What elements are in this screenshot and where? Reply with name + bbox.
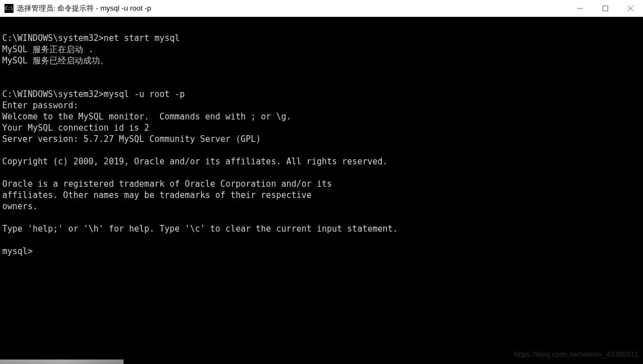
window-title: 选择管理员: 命令提示符 - mysql -u root -p <box>17 3 151 13</box>
watermark-text: https://blog.csdn.net/weixin_43395911 <box>514 350 639 358</box>
window-controls <box>567 0 643 17</box>
terminal-output[interactable]: C:\WINDOWS\system32>net start mysql MySQ… <box>0 17 643 360</box>
taskbar-fragment <box>0 360 124 364</box>
maximize-button[interactable] <box>592 0 618 17</box>
minimize-button[interactable] <box>567 0 592 17</box>
close-button[interactable] <box>618 0 643 17</box>
close-icon <box>628 6 633 11</box>
window-titlebar: C:\ 选择管理员: 命令提示符 - mysql -u root -p <box>0 0 643 17</box>
cmd-icon-text: C:\ <box>5 6 13 11</box>
minimize-icon <box>577 6 583 11</box>
svg-rect-1 <box>603 6 608 11</box>
cmd-icon: C:\ <box>4 4 13 13</box>
maximize-icon <box>603 6 608 11</box>
